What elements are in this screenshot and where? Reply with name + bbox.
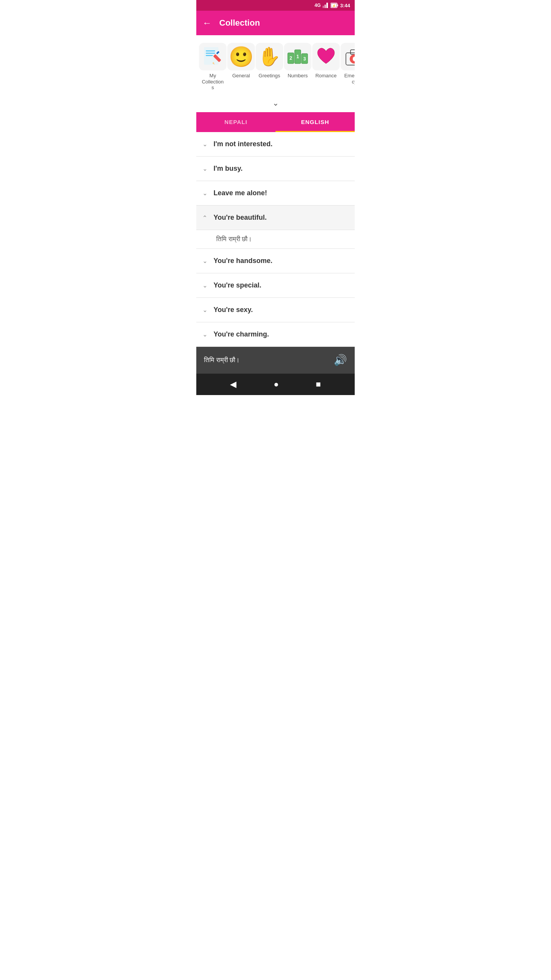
phrase-text-2: I'm busy. [214,165,243,173]
status-bar: 4G ⚡ 3:44 [196,0,355,11]
expand-row: ⌄ [196,95,355,112]
category-item-mycollections[interactable]: My Collections [199,41,226,92]
romance-icon [315,46,337,67]
svg-marker-2 [326,3,328,8]
clock: 3:44 [340,3,350,8]
phrase-chevron-2: ⌄ [202,165,207,172]
phrase-chevron-4: ⌄ [202,214,207,221]
greetings-icon: ✋ [258,47,281,66]
app-bar: ← Collection [196,11,355,35]
nepali-tab-label: NEPALI [225,119,248,125]
category-item-greetings[interactable]: ✋ Greetings [256,41,283,80]
greetings-icon-wrap: ✋ [256,43,283,70]
nav-home-button[interactable]: ● [274,379,279,389]
svg-text:2: 2 [290,56,292,61]
speaker-icon[interactable]: 🔊 [334,354,347,366]
phrase-text-4: You're beautiful. [214,214,267,222]
general-icon-wrap: 🙂 [227,43,255,70]
translation-row-4: तिमि राम्री छौ। [196,230,355,249]
app-title: Collection [219,18,260,28]
phrase-list: ⌄ I'm not interested. ⌄ I'm busy. ⌄ Leav… [196,132,355,347]
svg-marker-1 [324,5,326,8]
emergency-icon-wrap [341,43,355,70]
romance-label: Romance [315,73,337,79]
emergency-icon [344,46,355,67]
numbers-icon-wrap: 2 1 3 [284,43,311,70]
phrase-row-8[interactable]: ⌄ You're charming. [196,322,355,347]
phrase-chevron-8: ⌄ [202,331,207,338]
nav-recents-button[interactable]: ■ [316,379,321,389]
phrase-chevron-6: ⌄ [202,282,207,289]
category-scroll: My Collections 🙂 General ✋ Greetings 2 1… [196,35,355,95]
tab-nepali[interactable]: NEPALI [196,112,276,132]
phrase-chevron-1: ⌄ [202,140,207,148]
expand-chevron[interactable]: ⌄ [272,98,279,108]
romance-icon-wrap [312,43,340,70]
network-label: 4G [315,3,321,8]
status-icons: 4G ⚡ 3:44 [315,3,350,8]
general-label: General [232,73,250,79]
category-item-numbers[interactable]: 2 1 3 Numbers [284,41,311,80]
translation-text-4: तिमि राम्री छौ। [216,235,252,243]
language-tabs: NEPALI ENGLISH [196,112,355,132]
greetings-label: Greetings [259,73,280,79]
mycollections-label: My Collections [201,73,225,91]
nav-bar: ◀ ● ■ [196,374,355,395]
tab-english[interactable]: ENGLISH [276,112,355,132]
svg-text:1: 1 [297,54,299,59]
phrase-chevron-5: ⌄ [202,257,207,265]
phrase-text-6: You're special. [214,281,261,289]
phrase-row-6[interactable]: ⌄ You're special. [196,273,355,298]
mycollections-icon [202,46,224,68]
mycollections-icon-wrap [199,43,227,70]
category-item-general[interactable]: 🙂 General [228,41,254,80]
phrase-row-1[interactable]: ⌄ I'm not interested. [196,132,355,157]
english-tab-label: ENGLISH [301,119,329,125]
phrase-text-7: You're sexy. [214,306,253,314]
phrase-text-5: You're handsome. [214,257,272,265]
svg-marker-0 [323,6,324,8]
general-icon: 🙂 [229,47,254,67]
numbers-label: Numbers [288,73,308,79]
phrase-chevron-3: ⌄ [202,189,207,197]
phrase-chevron-7: ⌄ [202,306,207,314]
category-item-romance[interactable]: Romance [313,41,339,80]
svg-text:⚡: ⚡ [332,4,336,8]
phrase-row-7[interactable]: ⌄ You're sexy. [196,298,355,322]
phrase-text-8: You're charming. [214,330,269,338]
battery-icon: ⚡ [331,3,338,8]
phrase-row-3[interactable]: ⌄ Leave me alone! [196,181,355,206]
svg-text:3: 3 [303,56,306,62]
emergency-label: Emergen cy [342,73,355,85]
bottom-player: तिमि राम्री छौ। 🔊 [196,347,355,374]
player-text: तिमि राम्री छौ। [204,356,240,364]
back-button[interactable]: ← [202,18,212,28]
phrase-text-1: I'm not interested. [214,140,272,148]
svg-rect-24 [354,57,355,61]
phrase-row-5[interactable]: ⌄ You're handsome. [196,249,355,273]
phrase-row-4[interactable]: ⌄ You're beautiful. [196,206,355,230]
numbers-icon: 2 1 3 [287,47,308,67]
nav-back-button[interactable]: ◀ [230,379,236,389]
phrase-text-3: Leave me alone! [214,189,267,197]
phrase-row-2[interactable]: ⌄ I'm busy. [196,157,355,181]
svg-rect-4 [337,5,338,7]
category-item-emergency[interactable]: Emergen cy [341,41,355,86]
signal-icon [323,3,329,8]
